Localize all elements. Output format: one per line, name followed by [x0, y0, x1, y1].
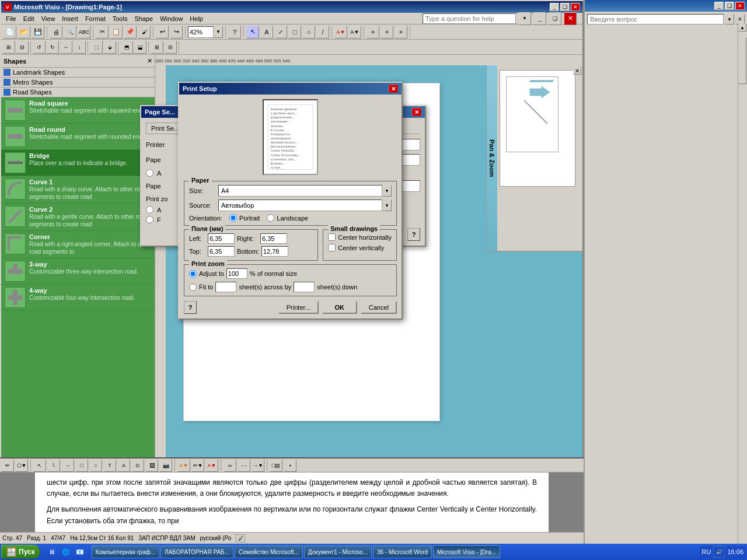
- page-setup-close-btn[interactable]: ✕: [412, 108, 421, 116]
- redo-btn[interactable]: ↪: [170, 26, 183, 38]
- menu-file[interactable]: File: [2, 14, 20, 23]
- fit-down-input[interactable]: [294, 282, 315, 292]
- word-arrow-btn[interactable]: ↖: [33, 459, 46, 472]
- ps-radio-f[interactable]: [146, 216, 153, 223]
- select-tool[interactable]: ↖: [246, 26, 259, 38]
- undo-btn[interactable]: ↩: [156, 26, 169, 38]
- bring-front-btn[interactable]: ⬓: [134, 41, 146, 54]
- menu-window[interactable]: Window: [156, 14, 186, 23]
- rotate-right-btn[interactable]: ↻: [46, 41, 59, 54]
- color-fill-btn[interactable]: A▼: [334, 26, 347, 38]
- start-button[interactable]: 🪟 Пуск: [1, 545, 40, 559]
- ps-radio-a2[interactable]: [146, 206, 153, 214]
- ok-button[interactable]: OK: [322, 301, 357, 314]
- word-scrollbar-v[interactable]: ▲ ▼: [738, 23, 747, 560]
- word-3d-btn[interactable]: ▪: [284, 459, 296, 472]
- outlook-btn[interactable]: 📧: [74, 545, 86, 558]
- center-h-checkbox[interactable]: [328, 233, 336, 241]
- adjust-input[interactable]: [226, 268, 247, 279]
- ie-btn[interactable]: 🌐: [60, 545, 72, 558]
- restore-button[interactable]: ❑: [560, 3, 570, 11]
- guide-btn[interactable]: ⊟: [16, 41, 29, 54]
- ungroup-btn[interactable]: ⬙: [103, 41, 116, 54]
- task-doc1[interactable]: Документ1 - Microso...: [304, 545, 372, 558]
- word-font-color-btn[interactable]: A▼: [205, 459, 218, 472]
- shape-bridge[interactable]: Bridge Place over a road to indicate a b…: [1, 150, 155, 176]
- word-close-btn[interactable]: ✕: [735, 2, 745, 10]
- right-input[interactable]: [260, 233, 287, 244]
- task-visio[interactable]: Microsoft Visio - [Dra...: [433, 545, 500, 558]
- cat-landmark[interactable]: Landmark Shapes: [1, 68, 155, 78]
- word-search-input[interactable]: [587, 14, 724, 24]
- ps-help-btn[interactable]: ?: [407, 228, 420, 241]
- copy-btn[interactable]: 📋: [110, 26, 123, 38]
- word-arrow2-btn[interactable]: →: [61, 459, 74, 472]
- print-help-btn[interactable]: ?: [184, 301, 197, 314]
- flip-v-btn[interactable]: ↕: [73, 41, 86, 54]
- menu-edit[interactable]: Edit: [20, 14, 38, 23]
- source-arrow[interactable]: ▼: [382, 200, 392, 211]
- ask-question-input[interactable]: [423, 13, 516, 24]
- show-desktop-btn[interactable]: 🖥: [46, 545, 58, 558]
- minimize-button[interactable]: _: [550, 3, 559, 11]
- word-fill-btn[interactable]: A▼: [177, 459, 190, 472]
- word-rect-btn[interactable]: □: [75, 459, 88, 472]
- word-wordart-btn[interactable]: A: [117, 459, 130, 472]
- word-draw-btn[interactable]: ✏: [1, 459, 14, 472]
- zoom-input[interactable]: [188, 26, 214, 38]
- word-dash-btn[interactable]: - -: [238, 459, 250, 472]
- cut-btn[interactable]: ✂: [96, 26, 109, 38]
- rotate-left-btn[interactable]: ↺: [33, 41, 46, 54]
- word-line-btn[interactable]: \: [47, 459, 60, 472]
- taskbar-volume-btn[interactable]: 🔊: [713, 546, 725, 558]
- word-linestyle-btn[interactable]: ═: [224, 459, 236, 472]
- help-btn[interactable]: ?: [228, 26, 241, 38]
- word-textbox-btn[interactable]: T: [103, 459, 116, 472]
- bottom-input[interactable]: [261, 246, 288, 257]
- close-button[interactable]: ✕: [571, 3, 580, 11]
- task-semeystvo[interactable]: Семейство Microsoft...: [235, 545, 303, 558]
- word-oval-btn[interactable]: ○: [89, 459, 102, 472]
- word-restore-btn[interactable]: ❑: [725, 2, 734, 10]
- source-input[interactable]: [218, 200, 382, 211]
- task-word36[interactable]: 36 - Microsoft Word: [373, 545, 432, 558]
- shape-road-round[interactable]: Road round Stretchable road segment with…: [1, 124, 155, 150]
- size-input[interactable]: [218, 185, 382, 197]
- shape-corner[interactable]: Corner Road with a right-angled corner. …: [1, 231, 155, 258]
- word-clipart-btn[interactable]: 🖼: [145, 459, 158, 472]
- zoom-arrow[interactable]: ▼: [214, 26, 223, 38]
- ps-radio-a[interactable]: [146, 169, 153, 177]
- save-btn[interactable]: 💾: [32, 26, 44, 38]
- print-btn[interactable]: 🖨: [50, 26, 62, 38]
- fit-radio[interactable]: [189, 284, 197, 291]
- word-scroll-thumb[interactable]: [738, 37, 746, 84]
- portrait-radio[interactable]: [229, 214, 237, 222]
- pan-zoom-close-btn[interactable]: ✕: [573, 66, 581, 75]
- snap-btn[interactable]: ⊞: [2, 41, 15, 54]
- menu-shape[interactable]: Shape: [131, 14, 156, 23]
- connect-tool[interactable]: ⤢: [274, 26, 287, 38]
- left-input[interactable]: [208, 233, 235, 244]
- menu-btn-2[interactable]: ❑: [549, 12, 561, 25]
- spell-btn[interactable]: ABC: [78, 26, 90, 38]
- align-right-btn[interactable]: ≡: [395, 26, 407, 38]
- menu-insert[interactable]: Insert: [58, 14, 82, 23]
- format-paint-btn[interactable]: 🖌: [138, 26, 151, 38]
- text-tool[interactable]: A: [260, 26, 273, 38]
- align-shapes-btn[interactable]: ⊞: [151, 41, 163, 54]
- word-line-color-btn[interactable]: ✏▼: [191, 459, 204, 472]
- new-btn[interactable]: 📄: [4, 26, 16, 38]
- shape-curve1[interactable]: Curve 1 Road with a sharp curve. Attach …: [1, 176, 155, 204]
- shape-4way[interactable]: 4-way Customizable four-way intersection…: [1, 285, 155, 311]
- adjust-radio[interactable]: [189, 270, 197, 278]
- task-lab[interactable]: ЛАБОРАТОРНАЯ РАБ...: [160, 545, 233, 558]
- font-color-btn[interactable]: A▼: [348, 26, 361, 38]
- line-tool[interactable]: /: [316, 26, 329, 38]
- word-shadow-btn[interactable]: □▤: [270, 459, 282, 472]
- printer-button[interactable]: Printer...: [278, 301, 319, 314]
- menu-tools[interactable]: Tools: [109, 14, 131, 23]
- menu-view[interactable]: View: [38, 14, 59, 23]
- word-min-btn[interactable]: _: [714, 2, 724, 10]
- word-scroll-up-btn[interactable]: ▲: [738, 23, 746, 32]
- word-arrowstyle-btn[interactable]: →▼: [252, 459, 264, 472]
